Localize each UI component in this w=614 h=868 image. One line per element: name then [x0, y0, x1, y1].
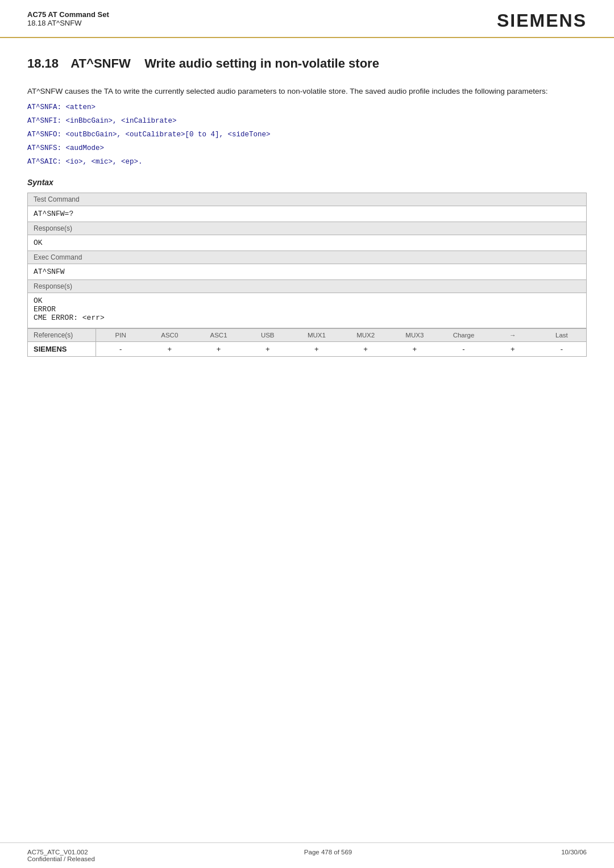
syntax-heading: Syntax: [27, 178, 587, 187]
param-line-1: AT^SNFA: <atten>: [27, 102, 587, 113]
page-footer: AC75_ATC_V01.002 Confidential / Released…: [0, 842, 614, 868]
param-line-5: AT^SAIC: <io>, <mic>, <ep>.: [27, 156, 587, 168]
reference-label: Reference(s): [28, 329, 96, 341]
footer-date: 10/30/06: [561, 849, 587, 862]
siemens-values: - + + + + + + - + -: [96, 342, 586, 356]
val-last: -: [537, 342, 586, 356]
exec-responses: OK ERROR CME ERROR: <err>: [28, 293, 586, 328]
exec-command-value: AT^SNFW: [28, 264, 586, 280]
header-left: AC75 AT Command Set 18.18 AT^SNFW: [27, 10, 109, 27]
val-arrow: +: [488, 342, 537, 356]
exec-response-error: ERROR: [34, 305, 580, 314]
col-header-asc0: ASC0: [145, 329, 194, 341]
test-command-label: Test Command: [28, 193, 586, 206]
exec-response-label: Response(s): [28, 280, 586, 293]
exec-command-label: Exec Command: [28, 251, 586, 264]
page-header: AC75 AT Command Set 18.18 AT^SNFW SIEMEN…: [0, 0, 614, 38]
val-asc1: +: [194, 342, 243, 356]
col-header-mux2: MUX2: [341, 329, 390, 341]
section-title: AT^SNFW: [70, 56, 130, 70]
footer-doc-id: AC75_ATC_V01.002: [27, 849, 95, 856]
col-header-last: Last: [537, 329, 586, 341]
main-content: 18.18 AT^SNFW Write audio setting in non…: [0, 38, 614, 379]
section-heading: 18.18 AT^SNFW Write audio setting in non…: [27, 56, 587, 74]
section-subtitle: Write audio setting in non-volatile stor…: [144, 56, 379, 70]
val-usb: +: [243, 342, 292, 356]
col-header-usb: USB: [243, 329, 292, 341]
description-params: AT^SNFA: <atten> AT^SNFI: <inBbcGain>, <…: [27, 102, 587, 168]
col-header-asc1: ASC1: [194, 329, 243, 341]
col-header-arrow: →: [488, 329, 537, 341]
footer-confidential: Confidential / Released: [27, 856, 95, 862]
siemens-label: SIEMENS: [28, 342, 96, 356]
param-line-4: AT^SNFS: <audMode>: [27, 143, 587, 154]
siemens-row: SIEMENS - + + + + + + - + -: [28, 341, 586, 356]
exec-response-ok: OK: [34, 297, 580, 305]
param-line-2: AT^SNFI: <inBbcGain>, <inCalibrate>: [27, 115, 587, 127]
val-asc0: +: [145, 342, 194, 356]
col-header-mux3: MUX3: [390, 329, 439, 341]
val-pin: -: [96, 342, 145, 356]
col-header-pin: PIN: [96, 329, 145, 341]
header-title: AC75 AT Command Set: [27, 10, 109, 19]
reference-row: Reference(s) PIN ASC0 ASC1 USB MUX1 MUX2…: [28, 328, 586, 341]
col-header-mux1: MUX1: [292, 329, 341, 341]
header-subtitle: 18.18 AT^SNFW: [27, 19, 109, 27]
description-intro: AT^SNFW causes the TA to write the curre…: [27, 86, 587, 97]
val-mux2: +: [341, 342, 390, 356]
footer-left: AC75_ATC_V01.002 Confidential / Released: [27, 849, 95, 862]
footer-page: Page 478 of 569: [304, 849, 352, 862]
reference-headers: PIN ASC0 ASC1 USB MUX1 MUX2 MUX3 Charge …: [96, 329, 586, 341]
val-mux1: +: [292, 342, 341, 356]
exec-response-cme: CME ERROR: <err>: [34, 314, 580, 322]
val-mux3: +: [390, 342, 439, 356]
val-charge: -: [439, 342, 488, 356]
test-command-value: AT^SNFW=?: [28, 206, 586, 222]
test-response-label: Response(s): [28, 222, 586, 235]
syntax-table: Test Command AT^SNFW=? Response(s) OK Ex…: [27, 193, 587, 357]
col-header-charge: Charge: [439, 329, 488, 341]
section-number: 18.18: [27, 56, 59, 70]
header-logo: SIEMENS: [497, 10, 587, 31]
param-line-3: AT^SNFO: <outBbcGain>, <outCalibrate>[0 …: [27, 129, 587, 140]
test-response-value: OK: [28, 235, 586, 251]
